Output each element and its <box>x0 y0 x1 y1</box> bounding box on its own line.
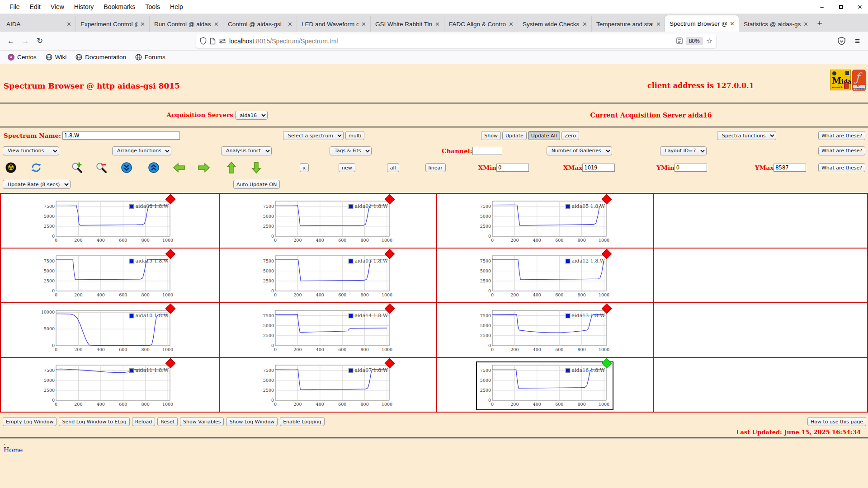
empty-log-window-button[interactable]: Empty Log Window <box>3 417 57 426</box>
xmin-input[interactable] <box>496 164 529 172</box>
shrink-y-icon[interactable] <box>120 161 133 174</box>
number-of-galleries-dropdown[interactable]: Number of Galleries <box>547 146 612 155</box>
account-shield-icon[interactable] <box>837 37 846 45</box>
analysis-functions-dropdown[interactable]: Analysis functions <box>221 146 272 155</box>
spectrum-chart-aida07[interactable]: 025005000750002004006008001000aida07 1.8… <box>260 362 396 409</box>
arrow-up-icon[interactable] <box>225 161 238 174</box>
xmax-input[interactable] <box>582 164 615 172</box>
what-are-these-button[interactable]: What are these? <box>818 146 865 155</box>
spectrum-chart-aida16[interactable]: 025005000750002004006008001000aida16 1.8… <box>477 362 613 409</box>
spectrum-chart-aida12[interactable]: 025005000750002004006008001000aida12 1.8… <box>477 253 613 300</box>
tab-close-icon[interactable]: ✕ <box>729 20 736 27</box>
spectrum-chart-aida14[interactable]: 025005000750002004006008001000aida14 1.8… <box>260 308 396 355</box>
home-link[interactable]: Home <box>4 446 23 454</box>
bookmark-documentation[interactable]: Documentation <box>72 52 129 62</box>
what-are-these-button[interactable]: What are these? <box>818 163 865 172</box>
menu-help[interactable]: Help <box>165 1 188 12</box>
tab-control-aidas-gsi[interactable]: Control @ aidas-gsi✕ <box>223 16 297 32</box>
layout-id-dropdown[interactable]: Layout ID=7 <box>660 146 707 155</box>
new-button[interactable]: new <box>339 163 355 172</box>
channel-input[interactable] <box>472 147 502 155</box>
spectrum-chart-aida08[interactable]: 025005000750002004006008001000aida08 1.8… <box>41 198 176 245</box>
spectrum-chart-aida11[interactable]: 025005000750002004006008001000aida11 1.8… <box>41 362 176 409</box>
menu-edit[interactable]: Edit <box>25 1 46 12</box>
spectra-functions-dropdown[interactable]: Spectra functions <box>717 131 776 140</box>
update-button[interactable]: Update <box>502 131 527 140</box>
tab-experiment-control[interactable]: Experiment Control @✕ <box>75 16 149 32</box>
tab-close-icon[interactable]: ✕ <box>66 21 72 28</box>
tab-statistics-aidas-gsi[interactable]: Statistics @ aidas-gsi✕ <box>739 16 812 32</box>
reset-button[interactable]: Reset <box>157 417 178 426</box>
spectrum-chart-aida01[interactable]: 025005000750002004006008001000aida01 1.8… <box>260 198 396 245</box>
spectrum-chart-aida15[interactable]: 025005000750002004006008001000aida15 1.8… <box>41 253 176 300</box>
enable-logging-button[interactable]: Enable Logging <box>280 417 325 426</box>
tab-spectrum-browser[interactable]: Spectrum Browser @✕ <box>665 15 739 32</box>
expand-y-icon[interactable] <box>147 161 160 174</box>
arrow-right-icon[interactable] <box>198 161 210 174</box>
arrow-down-icon[interactable] <box>250 161 263 174</box>
back-button[interactable]: ← <box>4 34 18 48</box>
show-variables-button[interactable]: Show Variables <box>180 417 224 426</box>
tab-close-icon[interactable]: ✕ <box>287 21 293 28</box>
tab-aida[interactable]: AIDA✕ <box>2 16 75 32</box>
refresh-icon[interactable] <box>30 161 42 174</box>
tab-run-control-aidas[interactable]: Run Control @ aidas-✕ <box>149 16 223 32</box>
zoom-out-icon[interactable] <box>95 161 108 174</box>
bookmark-wiki[interactable]: Wiki <box>42 52 70 62</box>
update-rate-dropdown[interactable]: Update Rate (8 secs) <box>3 180 71 189</box>
show-button[interactable]: Show <box>481 131 501 140</box>
tab-system-wide-checks[interactable]: System wide Checks✕ <box>518 16 591 32</box>
show-log-window-button[interactable]: Show Log Window <box>226 417 278 426</box>
tab-close-icon[interactable]: ✕ <box>581 21 588 28</box>
reload-button[interactable]: ↻ <box>33 34 47 48</box>
menu-hamburger-icon[interactable]: ≡ <box>855 36 860 46</box>
view-functions-dropdown[interactable]: View functions <box>3 146 59 155</box>
radiation-icon[interactable]: ☢ <box>5 161 17 174</box>
tab-close-icon[interactable]: ✕ <box>802 21 809 28</box>
spectrum-name-input[interactable] <box>62 131 180 140</box>
tab-close-icon[interactable]: ✕ <box>213 21 220 28</box>
tab-temperature-and-stat[interactable]: Temperature and stat✕ <box>591 16 665 32</box>
close-button[interactable]: ✕ <box>856 4 863 10</box>
how-to-use-button[interactable]: How to use this page <box>807 417 866 426</box>
arrange-functions-dropdown[interactable]: Arrange functions <box>112 146 171 155</box>
ymin-input[interactable] <box>675 164 707 172</box>
forward-button[interactable]: → <box>18 34 33 48</box>
tab-led-and-waveform-c[interactable]: LED and Waveform c✕ <box>297 16 370 32</box>
zoom-level-badge[interactable]: 80% <box>686 37 703 45</box>
minimize-button[interactable]: – <box>818 4 826 10</box>
menu-bookmarks[interactable]: Bookmarks <box>99 1 140 12</box>
new-tab-button[interactable]: + <box>812 16 827 31</box>
ymax-input[interactable] <box>774 164 806 172</box>
zoom-in-icon[interactable] <box>71 161 83 174</box>
zero-button[interactable]: Zero <box>561 131 579 140</box>
linear-button[interactable]: linear <box>425 163 446 172</box>
reload-button[interactable]: Reload <box>132 417 155 426</box>
spectrum-chart-aida13[interactable]: 025005000750002004006008001000aida13 1.8… <box>477 308 613 355</box>
reader-view-icon[interactable] <box>676 38 683 44</box>
tab-close-icon[interactable]: ✕ <box>655 21 662 28</box>
url-bar[interactable]: localhost:8015/Spectrum/Spectrum.tml 80%… <box>196 34 716 48</box>
bookmark-star-icon[interactable]: ☆ <box>706 37 712 45</box>
tab-close-icon[interactable]: ✕ <box>139 21 146 28</box>
tab-fadc-align-contro[interactable]: FADC Align & Contro✕ <box>444 16 518 32</box>
tab-close-icon[interactable]: ✕ <box>434 21 441 28</box>
tab-close-icon[interactable]: ✕ <box>360 21 367 28</box>
menu-tools[interactable]: Tools <box>140 1 165 12</box>
update-all-button[interactable]: Update All <box>528 131 560 140</box>
multi-button[interactable]: multi <box>345 131 364 140</box>
all-button[interactable]: all <box>387 163 399 172</box>
tab-gsi-white-rabbit-tim[interactable]: GSI White Rabbit Tim✕ <box>370 16 444 32</box>
acquisition-server-select[interactable]: aida16 <box>235 111 268 120</box>
select-spectrum-dropdown[interactable]: Select a spectrum <box>283 131 344 140</box>
menu-history[interactable]: History <box>69 1 99 12</box>
restore-button[interactable] <box>837 4 844 10</box>
bookmark-forums[interactable]: Forums <box>132 52 169 62</box>
menu-file[interactable]: File <box>5 1 25 12</box>
what-are-these-button[interactable]: What are these? <box>818 131 865 140</box>
send-log-window-to-elog-button[interactable]: Send Log Window to ELog <box>59 417 129 426</box>
spectrum-chart-aida03[interactable]: 025005000750002004006008001000aida03 1.8… <box>260 253 396 300</box>
arrow-left-icon[interactable] <box>173 161 185 174</box>
x-axis-button[interactable]: x <box>300 163 309 172</box>
spectrum-chart-aida10[interactable]: 050001000002004006008001000aida10 1.8.W <box>41 308 176 355</box>
